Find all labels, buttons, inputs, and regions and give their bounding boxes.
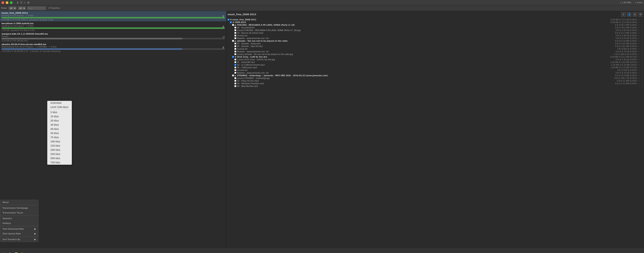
- file-action-up[interactable]: ✓: [638, 69, 640, 71]
- speed-750[interactable]: 750 kb/s: [47, 160, 72, 165]
- file-action-up[interactable]: ✓: [638, 24, 640, 26]
- speed-150[interactable]: 150 kb/s: [47, 144, 72, 148]
- file-action-up[interactable]: ✓: [638, 85, 640, 87]
- file-action-up[interactable]: ✓: [638, 21, 640, 23]
- speed-50[interactable]: 50 kb/s: [47, 131, 72, 135]
- file-action-up[interactable]: ✓: [638, 80, 640, 82]
- file-checkbox[interactable]: [234, 53, 236, 55]
- turtle-icon[interactable]: 🐢: [20, 251, 24, 253]
- file-checkbox[interactable]: [234, 69, 236, 71]
- file-action-up[interactable]: ✓: [638, 37, 640, 39]
- file-action-down[interactable]: −: [640, 61, 643, 63]
- pause-button[interactable]: ⏸: [222, 25, 225, 28]
- file-action-down[interactable]: −: [640, 72, 643, 74]
- speed-limit-100[interactable]: Limit (100 kb/s): [47, 105, 72, 109]
- file-checkbox[interactable]: [234, 37, 236, 39]
- file-checkbox[interactable]: [232, 24, 234, 26]
- file-action-down[interactable]: −: [640, 37, 643, 39]
- file-action-down[interactable]: −: [640, 66, 643, 69]
- speed-5[interactable]: 5 kb/s: [47, 110, 72, 114]
- file-checkbox[interactable]: [234, 72, 236, 74]
- torrent-item[interactable]: ubuntu-20.04.6-live-server-amd64.iso Dow…: [0, 42, 226, 53]
- file-action-up[interactable]: ✓: [638, 34, 640, 37]
- speed-30[interactable]: 30 kb/s: [47, 123, 72, 127]
- file-action-down[interactable]: −: [640, 82, 643, 85]
- font-icon-btn[interactable]: A: [632, 12, 637, 17]
- file-action-down[interactable]: −: [640, 74, 643, 77]
- speed-200[interactable]: 200 kb/s: [47, 148, 72, 152]
- file-action-up[interactable]: ✓: [638, 74, 640, 77]
- file-action-down[interactable]: −: [640, 85, 643, 87]
- speed-10[interactable]: 10 kb/s: [47, 114, 72, 119]
- file-action-down[interactable]: −: [640, 80, 643, 82]
- file-action-up[interactable]: ✓: [638, 32, 640, 34]
- sidebar-item-transmission-tip-jar[interactable]: Transmission Tip Jar: [0, 211, 38, 215]
- file-action-up[interactable]: ✓: [638, 18, 640, 21]
- add-torrent-icon[interactable]: ⊕: [2, 251, 6, 253]
- speed-75[interactable]: 75 kb/s: [47, 135, 72, 140]
- maximize-button[interactable]: [10, 1, 12, 4]
- file-action-up[interactable]: ✓: [638, 45, 640, 47]
- file-action-down[interactable]: −: [640, 50, 643, 53]
- file-action-down[interactable]: −: [640, 24, 643, 26]
- file-checkbox[interactable]: [234, 50, 236, 52]
- speed-100[interactable]: 100 kb/s: [47, 140, 72, 144]
- file-action-down[interactable]: −: [640, 56, 643, 58]
- file-action-down[interactable]: −: [640, 18, 643, 21]
- torrent-item[interactable]: manjaro-kde-23.1.2-240102-linux66.iso Pa…: [0, 32, 226, 42]
- file-checkbox[interactable]: [232, 56, 234, 58]
- file-checkbox[interactable]: [234, 58, 236, 60]
- file-action-down[interactable]: −: [640, 29, 643, 31]
- file-action-up[interactable]: ✓: [638, 26, 640, 29]
- minimize-button[interactable]: [6, 1, 8, 4]
- file-action-down[interactable]: −: [640, 32, 643, 34]
- file-action-up[interactable]: ✓: [638, 53, 640, 55]
- file-action-up[interactable]: ✓: [638, 64, 640, 66]
- file-checkbox[interactable]: [234, 29, 236, 31]
- file-checkbox[interactable]: [228, 19, 230, 20]
- info-icon-btn[interactable]: ℹ: [621, 12, 626, 17]
- file-action-down[interactable]: −: [640, 45, 643, 47]
- settings-icon[interactable]: ⚙: [8, 251, 12, 253]
- file-action-up[interactable]: ✓: [638, 66, 640, 69]
- file-checkbox[interactable]: [234, 45, 236, 47]
- search-input[interactable]: [27, 6, 46, 10]
- file-checkbox[interactable]: [234, 35, 236, 36]
- speed-40[interactable]: 40 kb/s: [47, 127, 72, 131]
- pause-button[interactable]: ⏸: [222, 46, 225, 49]
- file-action-up[interactable]: ✓: [638, 82, 640, 85]
- pause-all-icon[interactable]: ⏸: [16, 1, 19, 4]
- pause-button[interactable]: ⏸: [222, 15, 225, 18]
- show-filter-select[interactable]: All: [8, 6, 16, 10]
- sidebar-item-sort-transfers-by[interactable]: Sort Transfers By ▶: [0, 237, 38, 242]
- file-checkbox[interactable]: [232, 74, 234, 76]
- file-checkbox[interactable]: [234, 42, 236, 44]
- file-checkbox[interactable]: [230, 21, 232, 23]
- sidebar-item-statistics[interactable]: Statistics: [0, 216, 38, 221]
- speed-250[interactable]: 250 kb/s: [47, 152, 72, 156]
- file-action-down[interactable]: −: [640, 40, 643, 42]
- file-checkbox[interactable]: [234, 80, 236, 82]
- sidebar-item-total-upload-rate[interactable]: Total Upload Rate ▶: [0, 231, 38, 236]
- file-action-down[interactable]: −: [640, 34, 643, 37]
- sidebar-item-about[interactable]: About: [0, 200, 38, 205]
- file-action-up[interactable]: ✓: [638, 56, 640, 58]
- file-checkbox[interactable]: [234, 27, 236, 28]
- speed-500[interactable]: 500 kb/s: [47, 156, 72, 160]
- check-icon[interactable]: ✓: [24, 1, 26, 4]
- file-checkbox[interactable]: [234, 64, 236, 66]
- file-action-down[interactable]: −: [640, 42, 643, 45]
- file-action-up[interactable]: ✓: [638, 29, 640, 31]
- refresh-button[interactable]: ↺: [222, 35, 225, 38]
- file-action-up[interactable]: ✓: [638, 50, 640, 53]
- sidebar-item-total-download-rate[interactable]: Total Download Rate ▶: [0, 227, 38, 231]
- torrent-item[interactable]: music_free_2008-2013 Seeding to 0 of 0 p…: [0, 11, 226, 21]
- file-action-down[interactable]: −: [640, 48, 643, 50]
- file-action-down[interactable]: −: [640, 58, 643, 61]
- user-icon-btn[interactable]: 👤: [627, 12, 632, 17]
- speed-20[interactable]: 20 kb/s: [47, 119, 72, 123]
- status-filter-select[interactable]: All: [18, 6, 26, 10]
- file-checkbox[interactable]: [234, 77, 236, 79]
- folder-icon[interactable]: 📁: [14, 251, 18, 253]
- speed-unlimited[interactable]: Unlimited: [47, 101, 72, 105]
